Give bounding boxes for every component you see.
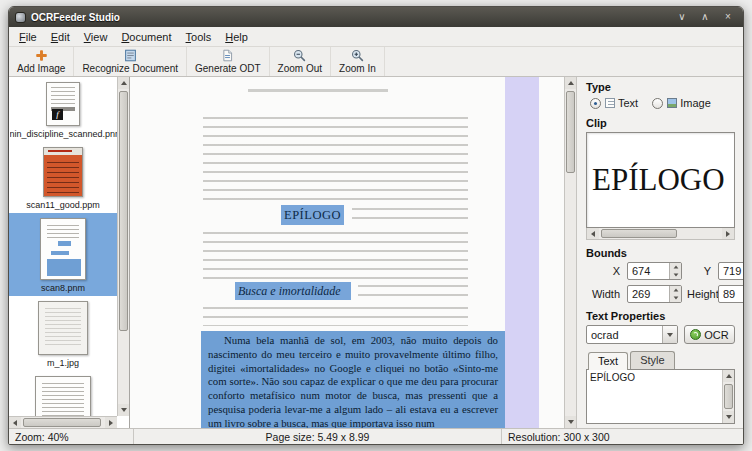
height-value[interactable]: 89: [719, 286, 743, 302]
generate-odt-button[interactable]: Generate ODT: [187, 47, 270, 76]
page-thumbnail[interactable]: [35, 376, 91, 416]
scrollbar-track[interactable]: [21, 417, 105, 428]
faint-text-block: [203, 232, 468, 280]
recognize-document-button[interactable]: Recognize Document: [74, 47, 187, 76]
page-thumbnail[interactable]: [38, 301, 88, 355]
clip-preview-text: EPÍLOGO: [587, 162, 725, 198]
minimize-button[interactable]: ∨: [673, 10, 691, 24]
y-value[interactable]: 719: [719, 263, 743, 279]
menu-view[interactable]: View: [77, 28, 115, 45]
scrollbar-track[interactable]: [723, 382, 734, 411]
x-value[interactable]: 674: [628, 263, 669, 279]
page-item-partial[interactable]: [9, 371, 117, 416]
page-item-scan11[interactable]: scan11_good.ppm: [9, 142, 117, 213]
page-thumbnail[interactable]: f: [46, 82, 80, 126]
spin-up-button[interactable]: [670, 263, 681, 271]
scrollbar-track[interactable]: [599, 228, 722, 239]
recognized-text[interactable]: EPÍLOGO: [587, 370, 722, 423]
x-spinner[interactable]: 674: [627, 262, 682, 280]
tab-style[interactable]: Style: [630, 351, 674, 369]
scroll-down-button[interactable]: [118, 404, 129, 416]
document-vertical-scrollbar[interactable]: [564, 77, 577, 428]
generate-odt-icon: [221, 49, 234, 62]
menu-help[interactable]: Help: [218, 28, 255, 45]
thumbnail-cover-lines: [47, 162, 79, 193]
page-item-scan8[interactable]: scan8.pnm: [9, 213, 117, 296]
scrollbar-thumb[interactable]: [23, 418, 101, 427]
scroll-down-button[interactable]: [565, 416, 576, 428]
recognize-document-icon: [124, 49, 137, 62]
text-vertical-scrollbar[interactable]: [722, 370, 734, 423]
pages-vertical-scrollbar[interactable]: [117, 77, 129, 416]
height-spinner[interactable]: 89: [718, 285, 743, 303]
pages-horizontal-scrollbar[interactable]: [9, 416, 117, 428]
arrow-up-icon: [121, 81, 127, 85]
menu-document[interactable]: Document: [114, 28, 178, 45]
scroll-left-button[interactable]: [587, 228, 599, 239]
menu-edit[interactable]: Edit: [44, 28, 77, 45]
menu-file[interactable]: File: [12, 28, 44, 45]
scroll-down-button[interactable]: [723, 411, 734, 423]
clip-horizontal-scrollbar[interactable]: [586, 228, 735, 240]
page-item-nin-discipline[interactable]: f nin_discipline_scanned.pnm: [9, 77, 117, 142]
arrow-down-icon: [568, 420, 574, 424]
scrollbar-thumb[interactable]: [566, 91, 575, 173]
thumbnail-highlight: [58, 241, 71, 246]
page-thumbnail[interactable]: [43, 147, 83, 197]
scrollbar-track[interactable]: [118, 89, 129, 404]
thumbnail-cover-title: [48, 150, 72, 152]
spin-up-button[interactable]: [670, 286, 681, 294]
resolution-status: Resolution: 300 x 300: [502, 429, 743, 444]
close-button[interactable]: ×: [719, 10, 737, 24]
tab-text[interactable]: Text: [588, 352, 628, 370]
page-thumbnail[interactable]: [40, 218, 86, 280]
text-props-tabs: Text Style: [586, 351, 735, 369]
ocr-engine-value: ocrad: [587, 329, 662, 341]
properties-panel: Type Text Image Clip EPÍLOGO: [577, 77, 743, 428]
scroll-right-button[interactable]: [722, 228, 734, 239]
arrow-up-icon: [673, 288, 678, 291]
y-spinner[interactable]: 719: [718, 262, 743, 280]
zoom-out-button[interactable]: Zoom Out: [270, 47, 331, 76]
image-radio[interactable]: [652, 98, 663, 109]
ocr-engine-select[interactable]: ocrad: [586, 325, 678, 344]
heading-region[interactable]: EPÍLOGO: [281, 205, 344, 225]
scrollbar-track[interactable]: [565, 89, 576, 416]
faint-text-block: [358, 285, 468, 298]
faint-text-block: [352, 208, 468, 223]
titlebar[interactable]: OCRFeeder Studio ∨ ∧ ×: [9, 7, 743, 27]
page-filename: scan11_good.ppm: [26, 200, 99, 210]
scroll-up-button[interactable]: [118, 77, 129, 89]
width-label: Width: [586, 288, 622, 300]
selection-strip[interactable]: [505, 77, 539, 428]
faint-text-line: [248, 89, 388, 92]
document-canvas[interactable]: EPÍLOGO Busca e imortalidade Numa bela m…: [130, 77, 564, 428]
spinner-buttons[interactable]: [669, 286, 681, 302]
page-item-m1[interactable]: m_1.jpg: [9, 296, 117, 371]
spin-down-button[interactable]: [670, 271, 681, 279]
app-icon: [15, 12, 26, 23]
menu-tools[interactable]: Tools: [179, 28, 219, 45]
spin-down-button[interactable]: [670, 294, 681, 302]
ocr-run-icon: [690, 329, 701, 340]
scrollbar-thumb[interactable]: [119, 91, 128, 331]
text-radio[interactable]: [590, 98, 601, 109]
recognized-text-area[interactable]: EPÍLOGO: [586, 369, 735, 424]
scroll-up-button[interactable]: [565, 77, 576, 89]
add-image-button[interactable]: Add Image: [9, 47, 74, 76]
width-value[interactable]: 269: [628, 286, 669, 302]
spinner-buttons[interactable]: [669, 263, 681, 279]
page-filename: scan8.pnm: [41, 283, 85, 293]
subheading-region[interactable]: Busca e imortalidade: [235, 282, 351, 300]
scroll-left-button[interactable]: [9, 417, 21, 428]
scroll-right-button[interactable]: [105, 417, 117, 428]
width-spinner[interactable]: 269: [627, 285, 682, 303]
maximize-button[interactable]: ∧: [696, 10, 714, 24]
paragraph-region[interactable]: Numa bela manhã de sol, em 2003, não mui…: [201, 331, 505, 428]
scrollbar-thumb[interactable]: [724, 384, 733, 409]
ocr-button[interactable]: OCR: [684, 325, 735, 344]
scroll-up-button[interactable]: [723, 370, 734, 382]
zoom-in-button[interactable]: Zoom In: [331, 47, 385, 76]
dropdown-button[interactable]: [662, 326, 677, 343]
scrollbar-thumb[interactable]: [601, 229, 677, 238]
